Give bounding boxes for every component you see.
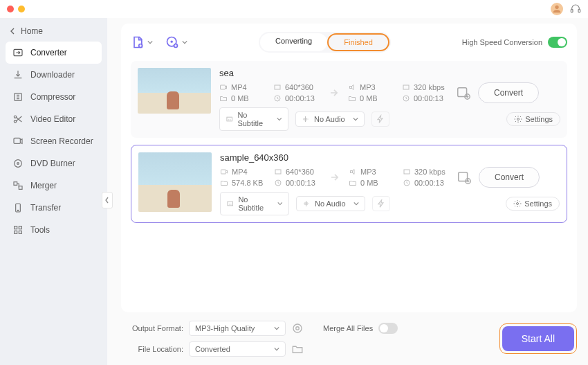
sidebar-item-label: Video Editor xyxy=(30,114,75,124)
arrow-right-icon xyxy=(328,170,342,184)
svg-rect-22 xyxy=(221,85,226,89)
dst-rate: 320 kbps xyxy=(414,168,445,176)
sidebar-item-downloader[interactable]: Downloader xyxy=(6,64,102,86)
chevron-down-icon xyxy=(274,346,279,352)
svg-point-20 xyxy=(171,41,173,43)
sidebar-item-tools[interactable]: Tools xyxy=(6,219,102,241)
chevron-left-icon xyxy=(10,28,17,35)
settings-label: Settings xyxy=(524,199,552,208)
scissors-icon xyxy=(12,114,24,125)
speed-button[interactable] xyxy=(371,112,389,127)
media-item[interactable]: sea MP4 0 MB 640*360 00:00:13 MP3 xyxy=(131,61,567,138)
converter-icon xyxy=(12,47,24,58)
svg-rect-36 xyxy=(404,170,410,174)
svg-point-43 xyxy=(296,327,300,330)
audio-select[interactable]: No Audio xyxy=(296,196,365,211)
waveform-icon xyxy=(302,199,311,208)
gear-icon xyxy=(514,115,522,123)
bitrate-icon xyxy=(402,83,410,91)
sidebar: Home Converter Downloader Compressor Vid… xyxy=(0,18,107,365)
video-icon xyxy=(220,168,228,176)
chevron-down-icon xyxy=(277,116,282,122)
output-settings-icon[interactable] xyxy=(456,85,471,100)
file-location-select[interactable]: Converted xyxy=(189,341,286,357)
svg-point-42 xyxy=(293,324,302,332)
chevron-down-icon xyxy=(182,39,187,45)
start-all-highlight: Start All xyxy=(499,323,577,354)
output-format-value: MP3-High Quality xyxy=(195,324,255,332)
clock-icon xyxy=(274,179,282,187)
svg-rect-33 xyxy=(275,170,281,174)
subtitle-select[interactable]: No Subtitle xyxy=(219,107,288,131)
add-file-button[interactable] xyxy=(131,35,153,49)
svg-rect-11 xyxy=(19,186,22,190)
add-disc-button[interactable] xyxy=(165,35,187,49)
collapse-sidebar-button[interactable] xyxy=(102,192,113,208)
settings-button[interactable]: Settings xyxy=(506,112,560,126)
sidebar-item-screen-recorder[interactable]: Screen Recorder xyxy=(6,130,102,152)
sidebar-item-compressor[interactable]: Compressor xyxy=(6,86,102,108)
svg-point-41 xyxy=(517,203,519,205)
user-avatar[interactable] xyxy=(551,3,563,15)
sidebar-item-label: Compressor xyxy=(30,92,75,102)
chevron-down-icon xyxy=(353,116,358,122)
high-speed-toggle[interactable] xyxy=(548,37,567,48)
audio-select[interactable]: No Audio xyxy=(295,112,365,127)
tab-finished[interactable]: Finished xyxy=(327,33,389,51)
open-folder-icon[interactable] xyxy=(291,343,304,355)
convert-button[interactable]: Convert xyxy=(478,82,539,103)
src-res: 640*360 xyxy=(286,168,314,176)
sidebar-item-label: Merger xyxy=(30,181,57,190)
grid-icon xyxy=(12,224,24,235)
svg-rect-7 xyxy=(14,138,20,143)
output-settings-icon[interactable] xyxy=(457,170,472,185)
lightning-icon xyxy=(376,114,385,124)
close-window-icon[interactable] xyxy=(7,6,14,12)
svg-rect-14 xyxy=(15,226,17,229)
support-icon[interactable] xyxy=(570,3,581,15)
src-format: MP4 xyxy=(231,83,247,91)
sidebar-item-merger[interactable]: Merger xyxy=(6,175,102,197)
audio-value: No Audio xyxy=(315,199,346,208)
media-item[interactable]: sample_640x360 MP4 574.8 KB 640*360 00:0… xyxy=(131,145,567,223)
speed-button[interactable] xyxy=(372,196,390,211)
chevron-down-icon xyxy=(147,39,153,45)
svg-point-13 xyxy=(17,210,18,211)
subtitle-icon xyxy=(226,199,234,208)
resolution-icon xyxy=(274,168,282,176)
svg-rect-10 xyxy=(14,182,17,186)
audio-icon xyxy=(348,83,356,91)
merge-label: Merge All Files xyxy=(323,324,373,332)
chevron-left-icon xyxy=(104,197,110,204)
home-link[interactable]: Home xyxy=(6,24,102,42)
tab-converting[interactable]: Converting xyxy=(260,33,327,51)
disc-icon xyxy=(12,158,24,169)
subtitle-select[interactable]: No Subtitle xyxy=(220,192,289,215)
sidebar-item-converter[interactable]: Converter xyxy=(6,42,102,64)
dst-format: MP3 xyxy=(360,168,376,176)
svg-rect-17 xyxy=(19,231,21,233)
thumbnail xyxy=(138,68,211,114)
sidebar-item-video-editor[interactable]: Video Editor xyxy=(6,108,102,130)
sidebar-item-transfer[interactable]: Transfer xyxy=(6,197,102,219)
chevron-down-icon xyxy=(277,201,283,206)
item-title: sea xyxy=(219,68,560,78)
convert-button[interactable]: Convert xyxy=(479,167,540,188)
window-controls[interactable] xyxy=(7,6,25,12)
settings-button[interactable]: Settings xyxy=(506,197,560,211)
dst-dur: 00:00:13 xyxy=(414,94,443,103)
file-location-label: File Location: xyxy=(121,345,183,353)
clock-icon xyxy=(402,94,410,103)
sidebar-item-dvd-burner[interactable]: DVD Burner xyxy=(6,152,102,175)
svg-rect-15 xyxy=(19,226,21,229)
item-title: sample_640x360 xyxy=(220,152,560,163)
merge-toggle[interactable] xyxy=(378,323,398,334)
output-format-select[interactable]: MP3-High Quality xyxy=(189,321,286,336)
thumbnail xyxy=(138,152,212,212)
format-settings-icon[interactable] xyxy=(291,322,304,335)
start-all-button[interactable]: Start All xyxy=(502,326,574,351)
svg-point-9 xyxy=(17,163,19,165)
dst-size: 0 MB xyxy=(360,94,378,103)
dst-rate: 320 kbps xyxy=(414,83,445,91)
minimize-window-icon[interactable] xyxy=(18,6,25,12)
